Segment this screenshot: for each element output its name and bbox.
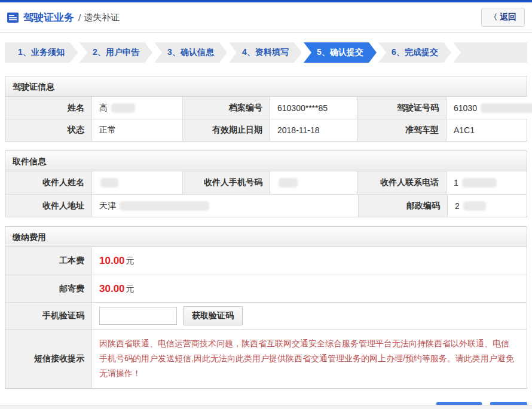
postal-code-label: 邮政编码: [358, 195, 447, 217]
expiry-value: 2018-11-18: [270, 119, 357, 141]
pickup-section-title: 取件信息: [5, 151, 527, 171]
wizard-step-6: 6、完成提交: [378, 42, 451, 63]
recipient-address-value: 天津: [91, 195, 358, 217]
step-wizard: 1、业务须知 2、用户申告 3、确认信息 4、资料填写 5、确认提交 6、完成提…: [5, 42, 527, 63]
status-value: 正常: [91, 119, 182, 141]
wizard-step-4: 4、资料填写: [229, 42, 302, 63]
recipient-mobile-label: 收件人手机号码: [182, 171, 270, 194]
redacted-value: [463, 201, 486, 211]
page-title: 驾驶证业务: [23, 11, 74, 24]
table-row: 收件人姓名 收件人手机号码 收件人联系电话 1: [5, 171, 527, 194]
recipient-mobile-value: [270, 171, 357, 194]
payment-section: 缴纳费用 工本费 10.00 元 邮寄费 30.00 元 手机验证码 获取验证码…: [5, 226, 527, 389]
recipient-phone-value: 1: [446, 171, 527, 194]
recipient-name-value: [91, 171, 182, 194]
fee-unit: 元: [126, 256, 134, 266]
recipient-address-label: 收件人地址: [5, 195, 91, 217]
breadcrumb-current: 遗失补证: [84, 12, 120, 23]
license-no-label: 驾驶证号码: [357, 97, 446, 119]
status-label: 状态: [5, 119, 91, 141]
wizard-step-3: 3、确认信息: [154, 42, 227, 63]
wizard-step-2: 2、用户申告: [80, 42, 152, 63]
file-no-value: 610300****85: [270, 97, 357, 119]
vehicle-type-value: A1C1: [446, 119, 527, 141]
table-row: 状态 正常 有效期止日期 2018-11-18 准驾车型 A1C1: [5, 119, 527, 141]
back-button[interactable]: 〈 返回: [481, 8, 525, 27]
file-no-label: 档案编号: [182, 97, 270, 119]
fee-unit: 元: [126, 284, 134, 294]
sms-notice-label: 短信接收提示: [5, 330, 91, 388]
wizard-step-5-active: 5、确认提交: [304, 42, 377, 63]
sms-code-cell: 获取验证码: [91, 303, 527, 329]
redacted-value: [481, 103, 532, 113]
table-row: 邮寄费 30.00 元: [5, 275, 527, 302]
menu-list-icon: [7, 12, 19, 23]
back-button-label: 返回: [500, 12, 516, 23]
page-bottom-divider: [0, 405, 532, 409]
breadcrumb-separator: /: [78, 13, 81, 23]
table-row: 姓名 高 档案编号 610300****85 驾驶证号码 61030: [5, 97, 527, 119]
name-value: 高: [91, 97, 182, 119]
redacted-value: [120, 201, 209, 211]
table-row: 工本费 10.00 元: [5, 247, 527, 275]
postal-code-value: 2: [447, 195, 527, 217]
redacted-value: [462, 178, 497, 187]
license-no-value: 61030: [446, 97, 532, 119]
chevron-left-icon: 〈: [490, 12, 497, 23]
redacted-value: [100, 178, 118, 187]
sms-code-input[interactable]: [99, 307, 177, 325]
pickup-info-section: 取件信息 收件人姓名 收件人手机号码 收件人联系电话 1 收件人地址 天津 邮政…: [5, 150, 527, 217]
wizard-step-1: 1、业务须知: [5, 42, 78, 63]
recipient-phone-label: 收件人联系电话: [357, 171, 446, 194]
page-header: 驾驶证业务 / 遗失补证 〈 返回: [0, 2, 532, 33]
wizard-filler: [453, 42, 527, 63]
table-row: 短信接收提示 因陕西省联通、电信运营商技术问题，陕西省互联网交通安全综合服务管理…: [5, 329, 527, 388]
mailing-fee-label: 邮寄费: [5, 275, 91, 302]
redacted-value: [111, 103, 135, 113]
vehicle-type-label: 准驾车型: [357, 119, 446, 141]
redacted-value: [279, 178, 298, 187]
table-row: 手机验证码 获取验证码: [5, 302, 527, 329]
payment-section-title: 缴纳费用: [5, 227, 527, 247]
expiry-label: 有效期止日期: [182, 119, 270, 141]
sms-code-label: 手机验证码: [5, 303, 91, 329]
sms-notice-text: 因陕西省联通、电信运营商技术问题，陕西省互联网交通安全综合服务管理平台无法向持陕…: [91, 330, 527, 388]
production-fee-value: 10.00 元: [91, 247, 527, 275]
recipient-name-label: 收件人姓名: [5, 171, 91, 194]
get-code-button[interactable]: 获取验证码: [183, 306, 243, 325]
table-row: 收件人地址 天津 邮政编码 2: [5, 194, 527, 217]
license-section-title: 驾驶证信息: [5, 76, 527, 97]
mailing-fee-value: 30.00 元: [91, 275, 527, 302]
license-info-section: 驾驶证信息 姓名 高 档案编号 610300****85 驾驶证号码 61030…: [5, 76, 527, 142]
production-fee-label: 工本费: [5, 247, 91, 275]
name-label: 姓名: [5, 97, 91, 119]
